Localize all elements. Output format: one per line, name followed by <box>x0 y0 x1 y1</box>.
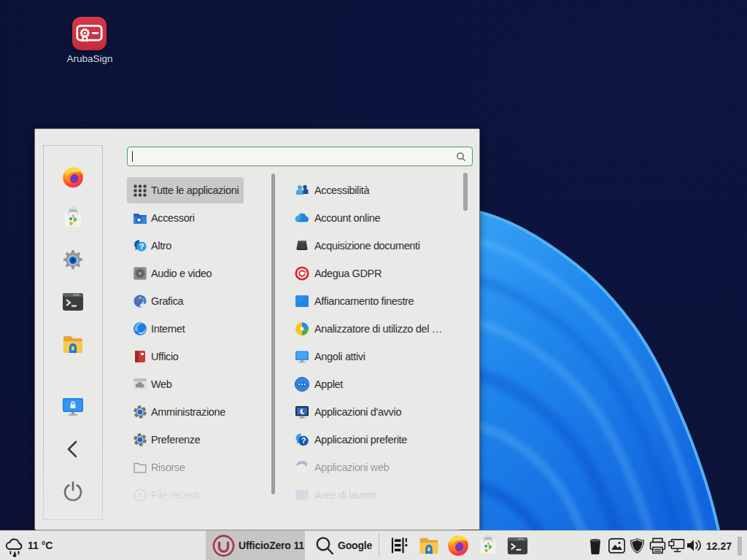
svg-text:?: ? <box>301 436 306 445</box>
svg-text:?: ? <box>139 242 144 251</box>
